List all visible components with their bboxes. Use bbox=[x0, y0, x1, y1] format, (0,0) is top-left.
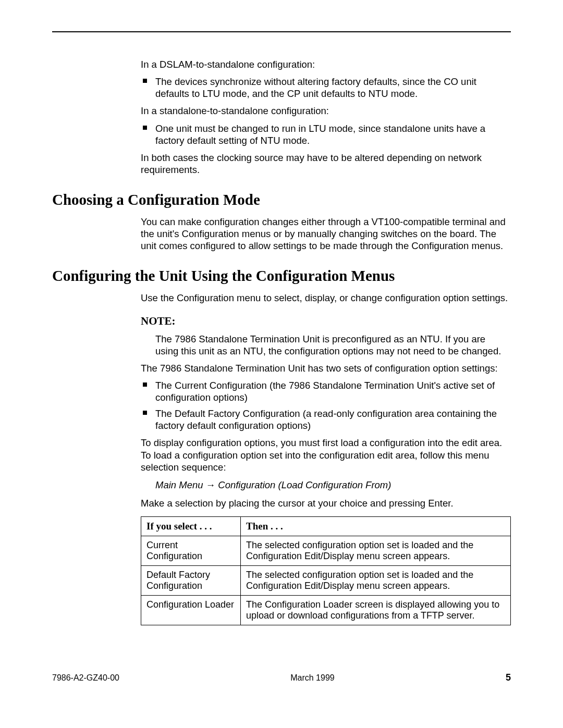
note-heading: NOTE: bbox=[141, 315, 511, 328]
note-body: The 7986 Standalone Termination Unit is … bbox=[155, 333, 511, 357]
cell-then: The Configuration Loader screen is displ… bbox=[241, 595, 511, 625]
footer-docid: 7986-A2-GZ40-00 bbox=[52, 673, 119, 683]
intro-block: In a DSLAM-to-standalone configuration: … bbox=[141, 58, 511, 176]
cell-then: The selected configuration option set is… bbox=[241, 565, 511, 595]
cell-if: Default Factory Configuration bbox=[141, 565, 241, 595]
menuseq-part-b: Configuration (Load Configuration From) bbox=[215, 479, 391, 490]
intro-bullet-2: One unit must be changed to run in LTU m… bbox=[141, 122, 511, 146]
cell-if: Current Configuration bbox=[141, 536, 241, 565]
cell-if: Configuration Loader bbox=[141, 595, 241, 625]
sec2-bullet-2: The Default Factory Configuration (a rea… bbox=[141, 408, 511, 431]
sec2-p1: Use the Configuration menu to select, di… bbox=[141, 292, 511, 304]
intro-p1: In a DSLAM-to-standalone configuration: bbox=[141, 58, 511, 70]
footer-date: March 1999 bbox=[290, 673, 335, 683]
table-row: Default Factory Configuration The select… bbox=[141, 565, 511, 595]
sec2-bullet-1: The Current Configuration (the 7986 Stan… bbox=[141, 379, 511, 403]
table-header-if: If you select . . . bbox=[141, 516, 241, 536]
menu-sequence: Main Menu → Configuration (Load Configur… bbox=[141, 479, 511, 491]
page: In a DSLAM-to-standalone configuration: … bbox=[0, 0, 563, 704]
intro-bullet-1: The devices synchronize without altering… bbox=[141, 76, 511, 100]
page-footer: 7986-A2-GZ40-00 March 1999 5 bbox=[52, 672, 511, 683]
heading-config-menus: Configuring the Unit Using the Configura… bbox=[52, 267, 511, 285]
sec2-p4: Make a selection by placing the cursor a… bbox=[141, 497, 511, 509]
heading-choosing-mode: Choosing a Configuration Mode bbox=[52, 191, 511, 208]
selection-table: If you select . . . Then . . . Current C… bbox=[141, 516, 511, 625]
sec2-list: The Current Configuration (the 7986 Stan… bbox=[141, 379, 511, 432]
sec1-body: You can make configuration changes eithe… bbox=[141, 216, 511, 252]
sec1-p1: You can make configuration changes eithe… bbox=[141, 216, 511, 252]
intro-p2: In a standalone-to-standalone configurat… bbox=[141, 105, 511, 117]
cell-then: The selected configuration option set is… bbox=[241, 536, 511, 565]
intro-p3: In both cases the clocking source may ha… bbox=[141, 152, 511, 176]
note-block: NOTE: The 7986 Standalone Termination Un… bbox=[141, 315, 511, 357]
footer-page-number: 5 bbox=[506, 672, 511, 683]
sec2-p3: To display configuration options, you mu… bbox=[141, 437, 511, 473]
table-row: Current Configuration The selected confi… bbox=[141, 536, 511, 565]
intro-list-1: The devices synchronize without altering… bbox=[141, 76, 511, 100]
sec2-p2: The 7986 Standalone Termination Unit has… bbox=[141, 362, 511, 374]
table-row: Configuration Loader The Configuration L… bbox=[141, 595, 511, 625]
table-header-then: Then . . . bbox=[241, 516, 511, 536]
menuseq-part-a: Main Menu bbox=[155, 479, 206, 490]
arrow-icon: → bbox=[206, 479, 216, 490]
intro-list-2: One unit must be changed to run in LTU m… bbox=[141, 122, 511, 146]
top-rule bbox=[52, 31, 511, 32]
sec2-body: Use the Configuration menu to select, di… bbox=[141, 292, 511, 625]
